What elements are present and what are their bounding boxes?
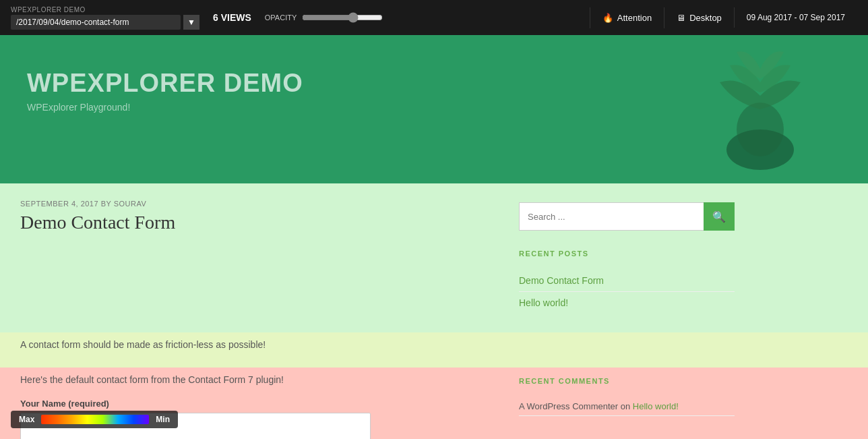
yellow-content: A contact form should be made as frictio… [0,332,868,368]
hero-content: WPEXPLORER DEMO WPExplorer Playground! [0,35,868,126]
url-dropdown-button[interactable]: ▼ [183,15,199,30]
post-intro: A contact form should be made as frictio… [20,339,519,350]
url-row: ▼ [11,15,199,30]
post-title: Demo Contact Form [20,212,499,233]
views-label: 6 VIEWS [213,12,251,23]
opacity-label: OPACITY [265,13,297,22]
recent-comment-item-1: A WordPress Commenter on Hello world! [519,397,735,416]
recent-post-link-1[interactable]: Demo Contact Form [519,270,735,292]
hero-title: WPEXPLORER DEMO [27,69,841,98]
heatmap-legend: Max Min [11,411,178,428]
min-label: Min [156,415,170,424]
desktop-button[interactable]: 🖥 Desktop [664,7,734,28]
search-button[interactable]: 🔍 [704,202,735,231]
search-icon: 🔍 [712,210,726,223]
form-area: Here's the default contact form from the… [20,374,519,439]
desktop-label: Desktop [689,13,722,23]
max-label: Max [19,415,34,424]
post-meta: SEPTEMBER 4, 2017 BY SOURAV [20,200,499,208]
on-label: on [621,401,630,411]
hero-section: WPEXPLORER DEMO WPExplorer Playground! [0,35,868,183]
recent-posts-section: RECENT POSTS Demo Contact Form Hello wor… [519,250,735,314]
url-input[interactable] [11,15,181,30]
attention-label: Attention [617,13,652,23]
search-box: 🔍 [519,202,735,231]
recent-comments-title: RECENT COMMENTS [519,377,735,388]
name-label: Your Name (required) [20,399,499,409]
legend-gradient [41,415,149,424]
recent-comments-section: RECENT COMMENTS A WordPress Commenter on… [519,377,735,416]
main-content: SEPTEMBER 4, 2017 BY SOURAV Demo Contact… [20,200,519,332]
recent-posts-title: RECENT POSTS [519,250,735,260]
top-bar: WPEXPLORER DEMO ▼ 6 VIEWS OPACITY 🔥 Atte… [0,0,868,35]
intro-wrapper: A contact form should be made as frictio… [20,339,519,350]
red-content-wrapper: Here's the default contact form from the… [0,368,868,439]
red-band: Here's the default contact form from the… [0,368,868,439]
desktop-icon: 🖥 [677,13,685,23]
commenter-name: A WordPress Commenter [519,401,618,411]
date-range: 09 Aug 2017 - 07 Sep 2017 [734,7,857,28]
opacity-control: OPACITY [265,12,383,23]
green-band-1: SEPTEMBER 4, 2017 BY SOURAV Demo Contact… [0,183,868,332]
attention-button[interactable]: 🔥 Attention [590,7,664,28]
comment-link[interactable]: Hello world! [633,401,679,411]
sidebar-right: RECENT COMMENTS A WordPress Commenter on… [519,374,735,439]
site-name-label: WPEXPLORER DEMO [11,6,199,13]
top-bar-left: WPEXPLORER DEMO ▼ [11,6,199,30]
views-count: 6 VIEWS [213,12,251,23]
recent-post-link-2[interactable]: Hello world! [519,292,735,314]
sidebar: 🔍 RECENT POSTS Demo Contact Form Hello w… [519,200,735,332]
hero-subtitle: WPExplorer Playground! [27,102,841,113]
fire-icon: 🔥 [602,13,613,23]
post-body: Here's the default contact form from the… [20,374,499,385]
yellow-band: A contact form should be made as frictio… [0,332,868,368]
search-input[interactable] [519,202,704,231]
content-wrapper: SEPTEMBER 4, 2017 BY SOURAV Demo Contact… [0,183,868,332]
opacity-slider[interactable] [302,12,383,23]
top-bar-right: 🔥 Attention 🖥 Desktop 09 Aug 2017 - 07 S… [590,7,857,28]
